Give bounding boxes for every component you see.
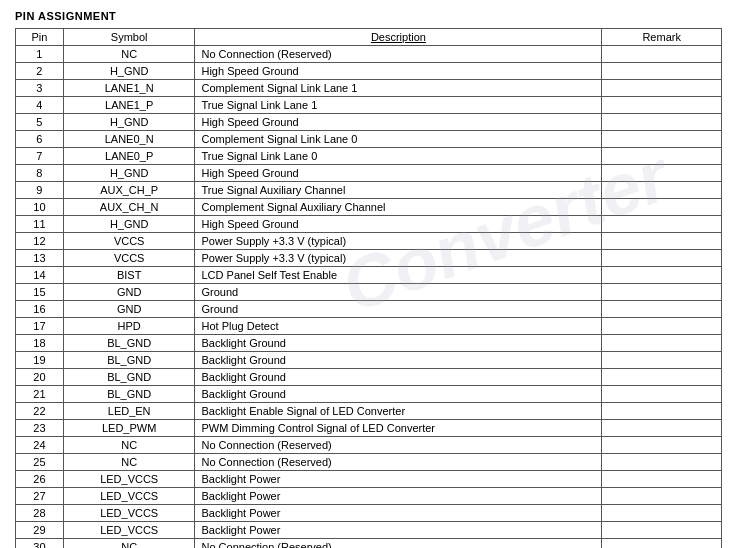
cell-symbol: NC — [63, 539, 195, 549]
cell-symbol: NC — [63, 46, 195, 63]
cell-symbol: LED_PWM — [63, 420, 195, 437]
cell-symbol: LANE0_N — [63, 131, 195, 148]
table-row: 12VCCSPower Supply +3.3 V (typical) — [16, 233, 722, 250]
cell-pin: 12 — [16, 233, 64, 250]
table-row: 4LANE1_PTrue Signal Link Lane 1 — [16, 97, 722, 114]
table-row: 23LED_PWMPWM Dimming Control Signal of L… — [16, 420, 722, 437]
cell-remark — [602, 233, 722, 250]
cell-symbol: LED_VCCS — [63, 522, 195, 539]
cell-description: High Speed Ground — [195, 165, 602, 182]
table-row: 29LED_VCCSBacklight Power — [16, 522, 722, 539]
col-header-description: Description — [195, 29, 602, 46]
col-header-pin: Pin — [16, 29, 64, 46]
section-title: PIN ASSIGNMENT — [15, 10, 722, 22]
cell-pin: 28 — [16, 505, 64, 522]
cell-pin: 27 — [16, 488, 64, 505]
cell-pin: 20 — [16, 369, 64, 386]
cell-description: Complement Signal Link Lane 1 — [195, 80, 602, 97]
cell-description: Backlight Ground — [195, 335, 602, 352]
cell-remark — [602, 216, 722, 233]
table-header-row: Pin Symbol Description Remark — [16, 29, 722, 46]
table-row: 30NCNo Connection (Reserved) — [16, 539, 722, 549]
cell-symbol: LED_EN — [63, 403, 195, 420]
cell-remark — [602, 488, 722, 505]
table-row: 2H_GNDHigh Speed Ground — [16, 63, 722, 80]
cell-symbol: H_GND — [63, 216, 195, 233]
cell-description: LCD Panel Self Test Enable — [195, 267, 602, 284]
cell-remark — [602, 369, 722, 386]
cell-description: No Connection (Reserved) — [195, 437, 602, 454]
cell-pin: 10 — [16, 199, 64, 216]
table-row: 5H_GNDHigh Speed Ground — [16, 114, 722, 131]
cell-description: No Connection (Reserved) — [195, 454, 602, 471]
cell-description: Backlight Enable Signal of LED Converter — [195, 403, 602, 420]
table-row: 1NCNo Connection (Reserved) — [16, 46, 722, 63]
table-row: 17HPDHot Plug Detect — [16, 318, 722, 335]
cell-remark — [602, 420, 722, 437]
table-row: 14BISTLCD Panel Self Test Enable — [16, 267, 722, 284]
col-header-remark: Remark — [602, 29, 722, 46]
cell-symbol: BL_GND — [63, 369, 195, 386]
cell-description: Ground — [195, 301, 602, 318]
cell-symbol: GND — [63, 284, 195, 301]
table-row: 6LANE0_NComplement Signal Link Lane 0 — [16, 131, 722, 148]
table-row: 25NCNo Connection (Reserved) — [16, 454, 722, 471]
cell-pin: 17 — [16, 318, 64, 335]
cell-description: Hot Plug Detect — [195, 318, 602, 335]
cell-description: Power Supply +3.3 V (typical) — [195, 250, 602, 267]
table-row: 27LED_VCCSBacklight Power — [16, 488, 722, 505]
cell-description: True Signal Link Lane 1 — [195, 97, 602, 114]
cell-pin: 11 — [16, 216, 64, 233]
cell-remark — [602, 148, 722, 165]
cell-remark — [602, 352, 722, 369]
cell-symbol: AUX_CH_P — [63, 182, 195, 199]
cell-pin: 21 — [16, 386, 64, 403]
cell-remark — [602, 114, 722, 131]
cell-symbol: LANE0_P — [63, 148, 195, 165]
cell-pin: 2 — [16, 63, 64, 80]
cell-symbol: VCCS — [63, 250, 195, 267]
cell-pin: 14 — [16, 267, 64, 284]
cell-description: Power Supply +3.3 V (typical) — [195, 233, 602, 250]
cell-remark — [602, 199, 722, 216]
table-row: 16GNDGround — [16, 301, 722, 318]
cell-remark — [602, 318, 722, 335]
cell-pin: 7 — [16, 148, 64, 165]
cell-pin: 19 — [16, 352, 64, 369]
cell-symbol: BL_GND — [63, 352, 195, 369]
table-row: 22LED_ENBacklight Enable Signal of LED C… — [16, 403, 722, 420]
table-row: 20BL_GNDBacklight Ground — [16, 369, 722, 386]
cell-pin: 13 — [16, 250, 64, 267]
table-row: 26LED_VCCSBacklight Power — [16, 471, 722, 488]
cell-description: Complement Signal Link Lane 0 — [195, 131, 602, 148]
cell-remark — [602, 165, 722, 182]
cell-description: Backlight Ground — [195, 369, 602, 386]
cell-remark — [602, 46, 722, 63]
cell-remark — [602, 539, 722, 549]
cell-symbol: NC — [63, 454, 195, 471]
table-row: 21BL_GNDBacklight Ground — [16, 386, 722, 403]
cell-remark — [602, 505, 722, 522]
cell-remark — [602, 471, 722, 488]
cell-remark — [602, 267, 722, 284]
cell-description: High Speed Ground — [195, 63, 602, 80]
cell-pin: 30 — [16, 539, 64, 549]
cell-pin: 9 — [16, 182, 64, 199]
cell-description: High Speed Ground — [195, 114, 602, 131]
cell-remark — [602, 403, 722, 420]
cell-pin: 25 — [16, 454, 64, 471]
cell-description: PWM Dimming Control Signal of LED Conver… — [195, 420, 602, 437]
cell-symbol: NC — [63, 437, 195, 454]
cell-description: High Speed Ground — [195, 216, 602, 233]
cell-pin: 15 — [16, 284, 64, 301]
cell-symbol: VCCS — [63, 233, 195, 250]
cell-pin: 1 — [16, 46, 64, 63]
cell-symbol: BIST — [63, 267, 195, 284]
cell-remark — [602, 80, 722, 97]
cell-pin: 29 — [16, 522, 64, 539]
cell-pin: 22 — [16, 403, 64, 420]
cell-symbol: LANE1_N — [63, 80, 195, 97]
cell-description: Ground — [195, 284, 602, 301]
cell-description: Backlight Power — [195, 488, 602, 505]
cell-pin: 6 — [16, 131, 64, 148]
